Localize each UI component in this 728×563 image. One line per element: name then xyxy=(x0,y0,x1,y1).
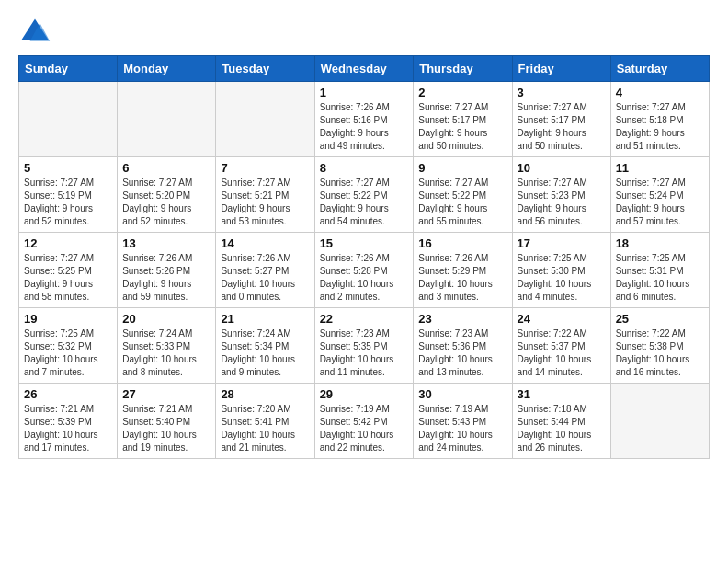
calendar-cell: 16Sunrise: 7:26 AM Sunset: 5:29 PM Dayli… xyxy=(414,233,512,308)
calendar-cell: 12Sunrise: 7:27 AM Sunset: 5:25 PM Dayli… xyxy=(19,233,118,308)
calendar-cell: 2Sunrise: 7:27 AM Sunset: 5:17 PM Daylig… xyxy=(414,82,512,157)
day-info: Sunrise: 7:21 AM Sunset: 5:40 PM Dayligh… xyxy=(122,403,210,454)
day-info: Sunrise: 7:24 AM Sunset: 5:33 PM Dayligh… xyxy=(122,327,210,379)
day-number: 12 xyxy=(24,236,112,250)
calendar-cell: 1Sunrise: 7:26 AM Sunset: 5:16 PM Daylig… xyxy=(314,82,414,157)
day-number: 2 xyxy=(418,86,506,99)
weekday-header-thursday: Thursday xyxy=(414,56,512,82)
day-info: Sunrise: 7:27 AM Sunset: 5:21 PM Dayligh… xyxy=(221,177,309,228)
day-info: Sunrise: 7:27 AM Sunset: 5:24 PM Dayligh… xyxy=(616,177,704,228)
day-info: Sunrise: 7:25 AM Sunset: 5:30 PM Dayligh… xyxy=(518,252,606,304)
calendar-cell: 19Sunrise: 7:25 AM Sunset: 5:32 PM Dayli… xyxy=(19,308,118,384)
day-info: Sunrise: 7:27 AM Sunset: 5:17 PM Dayligh… xyxy=(418,101,506,153)
day-number: 8 xyxy=(320,161,409,175)
calendar-cell: 31Sunrise: 7:18 AM Sunset: 5:44 PM Dayli… xyxy=(512,384,610,459)
calendar-cell: 7Sunrise: 7:27 AM Sunset: 5:21 PM Daylig… xyxy=(216,157,314,233)
day-info: Sunrise: 7:25 AM Sunset: 5:31 PM Dayligh… xyxy=(616,252,704,304)
day-info: Sunrise: 7:26 AM Sunset: 5:29 PM Dayligh… xyxy=(418,252,506,304)
day-info: Sunrise: 7:22 AM Sunset: 5:37 PM Dayligh… xyxy=(518,327,606,379)
day-info: Sunrise: 7:19 AM Sunset: 5:42 PM Dayligh… xyxy=(320,403,409,454)
day-number: 15 xyxy=(320,236,409,250)
calendar-cell: 27Sunrise: 7:21 AM Sunset: 5:40 PM Dayli… xyxy=(118,384,216,459)
day-number: 3 xyxy=(518,86,606,99)
calendar-cell: 24Sunrise: 7:22 AM Sunset: 5:37 PM Dayli… xyxy=(512,308,610,384)
day-number: 21 xyxy=(221,312,309,326)
calendar-cell: 9Sunrise: 7:27 AM Sunset: 5:22 PM Daylig… xyxy=(414,157,512,233)
day-info: Sunrise: 7:26 AM Sunset: 5:28 PM Dayligh… xyxy=(320,252,409,304)
day-info: Sunrise: 7:25 AM Sunset: 5:32 PM Dayligh… xyxy=(24,327,112,379)
day-number: 13 xyxy=(122,236,210,250)
weekday-header-tuesday: Tuesday xyxy=(216,56,314,82)
day-info: Sunrise: 7:26 AM Sunset: 5:26 PM Dayligh… xyxy=(122,252,210,304)
day-info: Sunrise: 7:24 AM Sunset: 5:34 PM Dayligh… xyxy=(221,327,309,379)
day-number: 19 xyxy=(24,312,112,326)
weekday-header-row: SundayMondayTuesdayWednesdayThursdayFrid… xyxy=(19,56,710,82)
day-number: 29 xyxy=(320,387,409,401)
day-number: 28 xyxy=(221,387,309,401)
calendar-cell xyxy=(19,82,118,157)
week-row-1: 1Sunrise: 7:26 AM Sunset: 5:16 PM Daylig… xyxy=(19,82,710,157)
day-info: Sunrise: 7:27 AM Sunset: 5:23 PM Dayligh… xyxy=(518,177,606,228)
day-info: Sunrise: 7:23 AM Sunset: 5:36 PM Dayligh… xyxy=(418,327,506,379)
day-number: 16 xyxy=(418,236,506,250)
week-row-2: 5Sunrise: 7:27 AM Sunset: 5:19 PM Daylig… xyxy=(19,157,710,233)
day-info: Sunrise: 7:18 AM Sunset: 5:44 PM Dayligh… xyxy=(518,403,606,454)
weekday-header-wednesday: Wednesday xyxy=(314,56,414,82)
day-info: Sunrise: 7:23 AM Sunset: 5:35 PM Dayligh… xyxy=(320,327,409,379)
day-info: Sunrise: 7:22 AM Sunset: 5:38 PM Dayligh… xyxy=(616,327,704,379)
calendar-cell: 25Sunrise: 7:22 AM Sunset: 5:38 PM Dayli… xyxy=(610,308,709,384)
calendar-cell: 28Sunrise: 7:20 AM Sunset: 5:41 PM Dayli… xyxy=(216,384,314,459)
day-info: Sunrise: 7:27 AM Sunset: 5:19 PM Dayligh… xyxy=(24,177,112,228)
day-number: 30 xyxy=(418,387,506,401)
calendar-cell: 18Sunrise: 7:25 AM Sunset: 5:31 PM Dayli… xyxy=(610,233,709,308)
day-number: 25 xyxy=(616,312,704,326)
calendar-cell: 14Sunrise: 7:26 AM Sunset: 5:27 PM Dayli… xyxy=(216,233,314,308)
week-row-3: 12Sunrise: 7:27 AM Sunset: 5:25 PM Dayli… xyxy=(19,233,710,308)
day-number: 1 xyxy=(320,86,409,99)
weekday-header-monday: Monday xyxy=(118,56,216,82)
day-info: Sunrise: 7:26 AM Sunset: 5:16 PM Dayligh… xyxy=(320,101,409,153)
page: SundayMondayTuesdayWednesdayThursdayFrid… xyxy=(0,0,728,477)
calendar-cell: 21Sunrise: 7:24 AM Sunset: 5:34 PM Dayli… xyxy=(216,308,314,384)
calendar-cell: 30Sunrise: 7:19 AM Sunset: 5:43 PM Dayli… xyxy=(414,384,512,459)
calendar-cell: 15Sunrise: 7:26 AM Sunset: 5:28 PM Dayli… xyxy=(314,233,414,308)
day-number: 6 xyxy=(122,161,210,175)
week-row-5: 26Sunrise: 7:21 AM Sunset: 5:39 PM Dayli… xyxy=(19,384,710,459)
calendar-cell: 6Sunrise: 7:27 AM Sunset: 5:20 PM Daylig… xyxy=(118,157,216,233)
day-info: Sunrise: 7:19 AM Sunset: 5:43 PM Dayligh… xyxy=(418,403,506,454)
day-info: Sunrise: 7:21 AM Sunset: 5:39 PM Dayligh… xyxy=(24,403,112,454)
day-info: Sunrise: 7:27 AM Sunset: 5:17 PM Dayligh… xyxy=(518,101,606,153)
calendar-cell: 17Sunrise: 7:25 AM Sunset: 5:30 PM Dayli… xyxy=(512,233,610,308)
day-number: 11 xyxy=(616,161,704,175)
day-number: 23 xyxy=(418,312,506,326)
calendar-cell xyxy=(216,82,314,157)
calendar-cell: 20Sunrise: 7:24 AM Sunset: 5:33 PM Dayli… xyxy=(118,308,216,384)
calendar-cell: 23Sunrise: 7:23 AM Sunset: 5:36 PM Dayli… xyxy=(414,308,512,384)
weekday-header-sunday: Sunday xyxy=(19,56,118,82)
day-number: 5 xyxy=(24,161,112,175)
calendar-table: SundayMondayTuesdayWednesdayThursdayFrid… xyxy=(18,55,710,459)
calendar-cell: 26Sunrise: 7:21 AM Sunset: 5:39 PM Dayli… xyxy=(19,384,118,459)
day-info: Sunrise: 7:27 AM Sunset: 5:22 PM Dayligh… xyxy=(320,177,409,228)
day-number: 31 xyxy=(518,387,606,401)
calendar-cell: 3Sunrise: 7:27 AM Sunset: 5:17 PM Daylig… xyxy=(512,82,610,157)
weekday-header-friday: Friday xyxy=(512,56,610,82)
day-number: 7 xyxy=(221,161,309,175)
day-number: 14 xyxy=(221,236,309,250)
day-number: 22 xyxy=(320,312,409,326)
day-number: 18 xyxy=(616,236,704,250)
calendar-cell: 10Sunrise: 7:27 AM Sunset: 5:23 PM Dayli… xyxy=(512,157,610,233)
day-info: Sunrise: 7:27 AM Sunset: 5:18 PM Dayligh… xyxy=(616,101,704,153)
day-number: 27 xyxy=(122,387,210,401)
day-info: Sunrise: 7:27 AM Sunset: 5:20 PM Dayligh… xyxy=(122,177,210,228)
day-info: Sunrise: 7:27 AM Sunset: 5:22 PM Dayligh… xyxy=(418,177,506,228)
calendar-cell: 8Sunrise: 7:27 AM Sunset: 5:22 PM Daylig… xyxy=(314,157,414,233)
calendar-cell: 5Sunrise: 7:27 AM Sunset: 5:19 PM Daylig… xyxy=(19,157,118,233)
week-row-4: 19Sunrise: 7:25 AM Sunset: 5:32 PM Dayli… xyxy=(19,308,710,384)
day-number: 9 xyxy=(418,161,506,175)
day-number: 17 xyxy=(518,236,606,250)
day-info: Sunrise: 7:20 AM Sunset: 5:41 PM Dayligh… xyxy=(221,403,309,454)
calendar-cell: 22Sunrise: 7:23 AM Sunset: 5:35 PM Dayli… xyxy=(314,308,414,384)
day-info: Sunrise: 7:26 AM Sunset: 5:27 PM Dayligh… xyxy=(221,252,309,304)
calendar-cell: 4Sunrise: 7:27 AM Sunset: 5:18 PM Daylig… xyxy=(610,82,709,157)
